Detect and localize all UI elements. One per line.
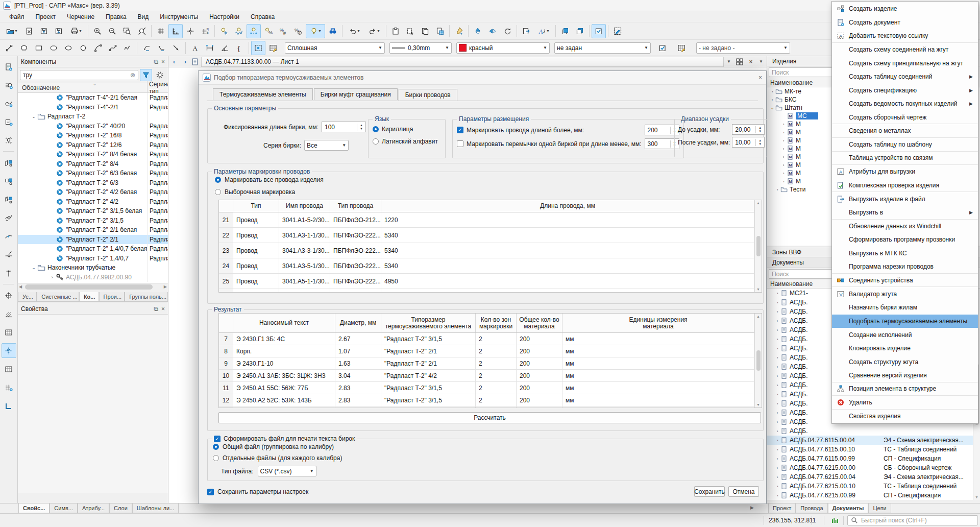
context-menu-item-11[interactable]: Таблица устройств по связям xyxy=(832,152,978,165)
column-designation[interactable]: Обозначение xyxy=(18,84,147,91)
component-tree-row[interactable]: "Радпласт Т-2" 3/1,5 белая Радпласт xyxy=(18,206,168,216)
wire-probe-button[interactable] xyxy=(2,247,16,262)
open-document-button[interactable]: ▾ xyxy=(2,24,21,38)
draw-ellipse-button[interactable] xyxy=(61,41,76,55)
component-tree-row[interactable]: "Радпласт Т-2" 40/20 Радпласт xyxy=(18,122,168,131)
table-row[interactable]: 9Э 2430.Г1-101.63"Радпласт Т-2" 2/12200м… xyxy=(219,357,762,370)
document-tree-row[interactable]: › АСДБ.04.77.6215.00.99 СП - Спецификаци… xyxy=(767,491,980,500)
menu-Настройки[interactable]: Настройки xyxy=(204,12,244,21)
hatch-region-button[interactable] xyxy=(2,306,16,321)
draw-rounded-rectangle-button[interactable] xyxy=(46,41,61,55)
panel-tab-2[interactable]: Атрибу... xyxy=(78,504,109,513)
file-type-combo[interactable]: CSV (*.csv)▼ xyxy=(258,466,316,476)
symbol-reference-button[interactable] xyxy=(2,133,16,148)
table-header[interactable]: Единицы измеренияматериала xyxy=(562,314,754,332)
validate-check-button[interactable] xyxy=(655,41,670,55)
flip-horizontal-button[interactable] xyxy=(485,24,500,38)
undo-button[interactable]: ▾ xyxy=(345,24,364,38)
table-row[interactable]: 10Э 2450.А1 3АБ: 3БС: 3ЦЖ: 3НЗ3.04"Радпл… xyxy=(219,370,762,382)
component-tree-row[interactable]: "Радпласт Т-2" 6/3 белая Радпласт xyxy=(18,169,168,178)
context-menu-item-30[interactable]: Свойства изделия xyxy=(832,410,978,423)
document-tree-row[interactable]: › АСДБ.04.77.6215.00.10 ТС - Таблица сое… xyxy=(767,482,980,491)
file-separate-option[interactable]: Отдельные файлы (для каждого калибра) xyxy=(208,450,763,462)
percent-info-button[interactable]: %i xyxy=(291,24,305,38)
move-to-sheet-button[interactable] xyxy=(519,24,533,38)
grid-add-button[interactable] xyxy=(2,380,16,395)
context-menu-item-25[interactable]: Клонировать изделие xyxy=(832,342,978,355)
component-tree-row[interactable]: "Радпласт Т-2" 2/1 белая Радпласт xyxy=(18,225,168,235)
tabbar-menu-button[interactable]: ▼ xyxy=(756,57,766,67)
panel-tab-1[interactable]: Симв... xyxy=(50,504,78,513)
new-wire-button[interactable] xyxy=(2,96,16,111)
table-row[interactable]: 11Э 2450.А1 55С: 56Ж: 77Б2.83"Радпласт Т… xyxy=(219,382,762,394)
component-tree-row[interactable]: "Радпласт Т-2" 6/3 Радпласт xyxy=(18,178,168,188)
leader-line-down-button[interactable] xyxy=(154,41,168,55)
radio-button[interactable] xyxy=(373,126,379,132)
table-header[interactable]: Длина провода, мм xyxy=(381,200,754,212)
components-tab-3[interactable]: Прои... xyxy=(99,292,125,302)
save-button[interactable]: Сохранить xyxy=(694,486,725,497)
component-tree-row[interactable]: ⌄ Наконечники трубчатые xyxy=(18,263,168,273)
print-button[interactable]: ▾ xyxy=(66,24,86,38)
menu-Файл[interactable]: Файл xyxy=(4,12,30,21)
checkbox[interactable]: ✓ xyxy=(207,489,214,495)
draw-arrow-button[interactable] xyxy=(169,41,183,55)
new-device-button[interactable] xyxy=(2,114,16,129)
text-style-button[interactable]: A▾ xyxy=(534,24,553,38)
context-menu-item-16[interactable]: Обновление данных из Windchill xyxy=(832,220,978,233)
component-tree-row[interactable]: "Радпласт Т-2" 16/8 Радпласт xyxy=(18,131,168,140)
copy-with-table-button[interactable] xyxy=(433,24,447,38)
filter-settings-button[interactable] xyxy=(154,69,166,81)
context-menu-item-15[interactable]: Выгрузить в ▶ xyxy=(832,206,978,220)
load-from-archive-button[interactable] xyxy=(52,24,66,38)
right-tab-Проект[interactable]: Проект xyxy=(768,504,796,513)
context-menu-item-2[interactable]: A Добавить текстовую ссылку xyxy=(832,29,978,43)
panel-tab-4[interactable]: Шаблоны ли... xyxy=(132,504,179,513)
print-file-legend[interactable]: ✓Сформировать файл для печати текста бир… xyxy=(212,435,357,442)
panel-tab-3[interactable]: Слои xyxy=(109,504,132,513)
radio-button[interactable] xyxy=(213,444,219,450)
component-tree-row[interactable]: "Радпласт Т-4"-2/1 Радпласт xyxy=(18,103,168,112)
stamp-tool-button[interactable] xyxy=(2,325,16,340)
flip-vertical-button[interactable] xyxy=(471,24,485,38)
next-sheet-button[interactable]: › xyxy=(180,57,191,67)
context-menu-item-3[interactable]: Создать схему соединений на жгут xyxy=(832,43,978,57)
tile-windows-button[interactable] xyxy=(734,57,745,67)
component-tree-row[interactable]: › АСДБ.04.77.9982.00.90 xyxy=(18,273,168,282)
context-menu-item-10[interactable]: Создать таблицу по шаблону xyxy=(832,138,978,152)
snap-corner-button[interactable] xyxy=(2,398,16,413)
tag-series-combo[interactable]: Все▼ xyxy=(304,140,349,151)
table-header[interactable]: Имя провода xyxy=(279,200,330,212)
draw-circle-button[interactable] xyxy=(76,41,90,55)
context-menu-item-17[interactable]: Сформировать программу прозвонки xyxy=(832,233,978,247)
new-document-button[interactable] xyxy=(2,59,16,74)
draw-polygon-button[interactable] xyxy=(17,41,31,55)
send-to-back-button[interactable] xyxy=(573,24,587,38)
expander-icon[interactable]: ⌄ xyxy=(30,114,37,119)
format-brush-button[interactable] xyxy=(452,24,466,38)
new-harness-button[interactable] xyxy=(2,78,16,92)
add-clone-button[interactable] xyxy=(2,192,16,207)
context-menu-item-21[interactable]: V Валидатор жгута xyxy=(832,287,978,301)
menu-Справка[interactable]: Справка xyxy=(246,12,280,21)
line-color-combo[interactable]: красный▼ xyxy=(456,42,550,54)
components-tab-0[interactable]: Ус... xyxy=(18,292,37,302)
table-row[interactable]: 22Провод3041.А3-1-1/30...ПБПФлЭО-222...5… xyxy=(219,228,762,243)
grid-toggle-button[interactable] xyxy=(154,24,168,38)
component-tree-row[interactable]: "Радпласт Т-2" 4/2 Радпласт xyxy=(18,197,168,207)
close-sheet-button[interactable]: × xyxy=(745,57,756,67)
highlight-wire-button[interactable] xyxy=(247,24,261,38)
component-tree-row[interactable]: "Радпласт Т-2" 12/6 Радпласт xyxy=(18,140,168,150)
document-tree-row[interactable]: › АСДБ.04.77.6115.00.10 ТС - Таблица сое… xyxy=(767,445,980,454)
edit-properties-button[interactable] xyxy=(610,24,625,38)
components-tab-1[interactable]: Системные ... xyxy=(37,292,79,302)
table-header[interactable]: Тип провода xyxy=(330,200,381,212)
highlight-net-button[interactable] xyxy=(217,24,231,38)
context-menu-item-23[interactable]: Подобрать термоусаживаемые элементы xyxy=(832,315,978,328)
table-row[interactable]: 21Провод3041.А1-5-2/30...ПБПФлЭО-212...1… xyxy=(219,212,762,228)
component-tree-row[interactable]: "Радпласт Т-2" 2/1 Радпласт xyxy=(18,235,168,245)
line-width-combo[interactable]: 0,30mm▼ xyxy=(389,42,452,54)
right-tab-Документы[interactable]: Документы xyxy=(828,504,869,513)
add-part-button[interactable] xyxy=(2,155,16,170)
select-region-button[interactable] xyxy=(251,41,265,55)
